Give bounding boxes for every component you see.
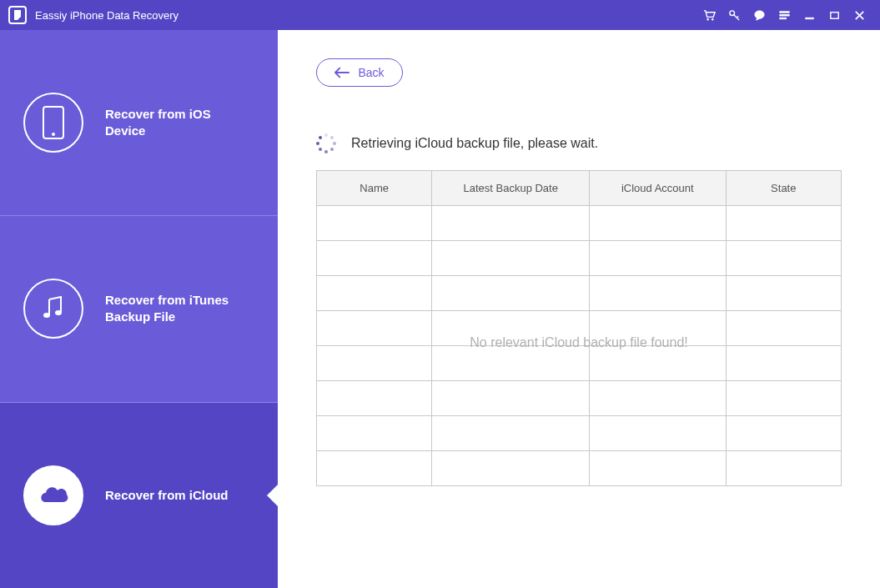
back-button[interactable]: Back xyxy=(316,58,403,87)
table-row xyxy=(317,206,842,241)
table-row xyxy=(317,451,842,486)
menu-icon[interactable] xyxy=(773,4,795,26)
svg-point-3 xyxy=(754,10,763,18)
cart-icon[interactable] xyxy=(698,4,720,26)
close-icon[interactable] xyxy=(848,4,870,26)
col-header-account: iCloud Account xyxy=(590,171,727,206)
sidebar-item-ios-device[interactable]: Recover from iOS Device xyxy=(0,30,278,216)
back-button-label: Back xyxy=(358,66,384,79)
table-row xyxy=(317,381,842,416)
svg-point-11 xyxy=(43,313,50,318)
col-header-date: Latest Backup Date xyxy=(432,171,590,206)
arrow-left-icon xyxy=(334,67,349,78)
main-panel: Back Retrieving iCloud backup file, plea… xyxy=(278,30,880,588)
maximize-icon[interactable] xyxy=(823,4,845,26)
svg-rect-6 xyxy=(779,18,786,18)
svg-point-1 xyxy=(712,18,713,20)
svg-rect-5 xyxy=(779,14,788,15)
sidebar-item-itunes-backup[interactable]: Recover from iTunes Backup File xyxy=(0,216,278,402)
sidebar-item-label: Recover from iCloud xyxy=(105,487,229,504)
svg-rect-4 xyxy=(779,11,788,12)
table-row xyxy=(317,276,842,311)
minimize-icon[interactable] xyxy=(798,4,820,26)
key-icon[interactable] xyxy=(723,4,745,26)
sidebar-item-icloud[interactable]: Recover from iCloud xyxy=(0,403,278,588)
status-row: Retrieving iCloud backup file, please wa… xyxy=(316,133,842,153)
svg-rect-8 xyxy=(830,12,837,18)
table-row xyxy=(317,241,842,276)
app-title: Eassiy iPhone Data Recovery xyxy=(35,9,179,22)
backup-table: Name Latest Backup Date iCloud Account S… xyxy=(316,170,842,486)
app-logo-icon xyxy=(8,6,27,24)
music-note-icon xyxy=(23,279,83,339)
loading-spinner-icon xyxy=(316,133,336,153)
chat-icon[interactable] xyxy=(748,4,770,26)
table-row xyxy=(317,346,842,381)
phone-icon xyxy=(23,93,83,153)
col-header-state: State xyxy=(726,171,841,206)
sidebar: Recover from iOS Device Recover from iTu… xyxy=(0,30,278,588)
table-row xyxy=(317,311,842,346)
table-row xyxy=(317,416,842,451)
svg-point-0 xyxy=(707,18,708,20)
svg-point-12 xyxy=(55,310,62,315)
svg-point-10 xyxy=(52,133,55,136)
titlebar: Eassiy iPhone Data Recovery xyxy=(0,0,880,30)
col-header-name: Name xyxy=(317,171,432,206)
sidebar-item-label: Recover from iTunes Backup File xyxy=(105,292,239,326)
status-text: Retrieving iCloud backup file, please wa… xyxy=(351,136,598,151)
cloud-icon xyxy=(23,465,83,525)
sidebar-item-label: Recover from iOS Device xyxy=(105,106,239,140)
svg-rect-7 xyxy=(805,18,812,18)
backup-table-wrap: Name Latest Backup Date iCloud Account S… xyxy=(316,170,842,560)
